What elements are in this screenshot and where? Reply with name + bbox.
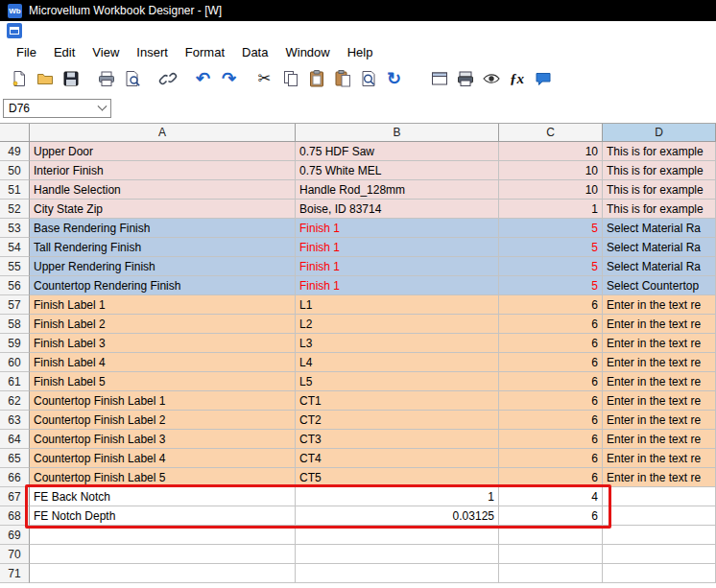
cell-C64[interactable]: 6	[499, 430, 603, 449]
function-icon[interactable]: ƒx	[504, 66, 530, 91]
cell-B69[interactable]	[296, 526, 499, 545]
row-header-57[interactable]: 57	[0, 295, 30, 315]
column-header-d[interactable]: D	[603, 124, 716, 142]
cell-C55[interactable]: 5	[499, 257, 603, 276]
cell-D60[interactable]: Enter in the text re	[603, 353, 716, 372]
cell-C61[interactable]: 6	[499, 372, 603, 391]
row-header-51[interactable]: 51	[0, 180, 30, 200]
cell-A50[interactable]: Interior Finish	[30, 161, 296, 180]
row-header-64[interactable]: 64	[0, 430, 30, 449]
cell-B62[interactable]: CT1	[296, 391, 499, 411]
cell-A59[interactable]: Finish Label 3	[30, 334, 296, 353]
cell-D65[interactable]: Enter in the text re	[603, 449, 716, 468]
cell-C53[interactable]: 5	[499, 219, 603, 238]
cell-A52[interactable]: City State Zip	[30, 200, 296, 219]
cell-B55[interactable]: Finish 1	[296, 257, 499, 276]
cell-C71[interactable]	[499, 564, 603, 583]
row-header-59[interactable]: 59	[0, 334, 30, 353]
row-header-68[interactable]: 68	[0, 506, 30, 526]
cell-B60[interactable]: L4	[296, 353, 499, 372]
cell-C68[interactable]: 6	[499, 506, 603, 526]
new-icon[interactable]	[6, 66, 32, 91]
print-preview-icon[interactable]	[119, 66, 145, 91]
menu-view[interactable]: View	[84, 42, 128, 62]
cell-D64[interactable]: Enter in the text re	[603, 430, 716, 449]
select-all-corner[interactable]	[0, 124, 30, 142]
cell-D63[interactable]: Enter in the text re	[603, 411, 716, 430]
cell-C69[interactable]	[499, 526, 603, 545]
row-header-67[interactable]: 67	[0, 487, 30, 506]
cell-C56[interactable]: 5	[499, 276, 603, 295]
row-header-66[interactable]: 66	[0, 468, 30, 487]
cell-C49[interactable]: 10	[499, 142, 603, 161]
menu-edit[interactable]: Edit	[45, 42, 84, 62]
workbook-window-icon[interactable]	[7, 23, 22, 38]
menu-help[interactable]: Help	[339, 42, 382, 62]
row-header-55[interactable]: 55	[0, 257, 30, 276]
cell-C52[interactable]: 1	[499, 200, 603, 219]
cell-A70[interactable]	[30, 545, 296, 564]
cell-B58[interactable]: L2	[296, 315, 499, 334]
row-header-54[interactable]: 54	[0, 238, 30, 257]
cell-C65[interactable]: 6	[499, 449, 603, 468]
column-header-c[interactable]: C	[499, 124, 603, 142]
cell-B67[interactable]: 1	[296, 487, 499, 506]
row-header-63[interactable]: 63	[0, 411, 30, 430]
row-header-70[interactable]: 70	[0, 545, 30, 564]
row-header-56[interactable]: 56	[0, 276, 30, 295]
cell-B56[interactable]: Finish 1	[296, 276, 499, 295]
cell-C54[interactable]: 5	[499, 238, 603, 257]
cell-C67[interactable]: 4	[499, 487, 603, 506]
cell-A58[interactable]: Finish Label 2	[30, 315, 296, 334]
cell-B50[interactable]: 0.75 White MEL	[296, 161, 499, 180]
cell-B53[interactable]: Finish 1	[296, 219, 499, 238]
cell-A71[interactable]	[30, 564, 296, 583]
cell-B71[interactable]	[296, 564, 499, 583]
cell-B63[interactable]: CT2	[296, 411, 499, 430]
cell-B54[interactable]: Finish 1	[296, 238, 499, 257]
cell-A60[interactable]: Finish Label 4	[30, 353, 296, 372]
menu-insert[interactable]: Insert	[128, 42, 177, 62]
cell-C63[interactable]: 6	[499, 411, 603, 430]
cell-D67[interactable]	[603, 487, 716, 506]
window-icon[interactable]	[426, 66, 452, 91]
cell-A69[interactable]	[30, 526, 296, 545]
row-header-49[interactable]: 49	[0, 142, 30, 161]
cell-D58[interactable]: Enter in the text re	[603, 315, 716, 334]
cut-icon[interactable]: ✂	[251, 66, 277, 91]
cell-D57[interactable]: Enter in the text re	[603, 295, 716, 315]
redo-icon[interactable]: ↷	[216, 66, 242, 91]
hyperlink-icon[interactable]	[155, 66, 180, 91]
cell-D70[interactable]	[603, 545, 716, 564]
cell-A64[interactable]: Countertop Finish Label 3	[30, 430, 296, 449]
cell-B66[interactable]: CT5	[296, 468, 499, 487]
cell-C62[interactable]: 6	[499, 391, 603, 411]
cell-C58[interactable]: 6	[499, 315, 603, 334]
paste-special-icon[interactable]	[329, 66, 355, 91]
column-header-b[interactable]: B	[296, 124, 499, 142]
cell-D56[interactable]: Select Countertop	[603, 276, 716, 295]
row-header-58[interactable]: 58	[0, 315, 30, 334]
row-header-69[interactable]: 69	[0, 526, 30, 545]
cell-D54[interactable]: Select Material Ra	[603, 238, 716, 257]
row-header-62[interactable]: 62	[0, 391, 30, 411]
cell-B64[interactable]: CT3	[296, 430, 499, 449]
cell-B65[interactable]: CT4	[296, 449, 499, 468]
row-header-65[interactable]: 65	[0, 449, 30, 468]
cell-A51[interactable]: Handle Selection	[30, 180, 296, 200]
cell-C51[interactable]: 10	[499, 180, 603, 200]
row-header-53[interactable]: 53	[0, 219, 30, 238]
cell-D68[interactable]	[603, 506, 716, 526]
cell-C57[interactable]: 6	[499, 295, 603, 315]
cell-C66[interactable]: 6	[499, 468, 603, 487]
row-header-60[interactable]: 60	[0, 353, 30, 372]
visibility-icon[interactable]	[478, 66, 504, 91]
cell-A56[interactable]: Countertop Rendering Finish	[30, 276, 296, 295]
row-header-52[interactable]: 52	[0, 200, 30, 219]
cell-A49[interactable]: Upper Door	[30, 142, 296, 161]
menu-format[interactable]: Format	[177, 42, 233, 62]
chevron-down-icon[interactable]	[98, 101, 107, 110]
menu-data[interactable]: Data	[233, 42, 276, 62]
undo-icon[interactable]: ↶	[190, 66, 216, 91]
cell-D66[interactable]: Enter in the text re	[603, 468, 716, 487]
